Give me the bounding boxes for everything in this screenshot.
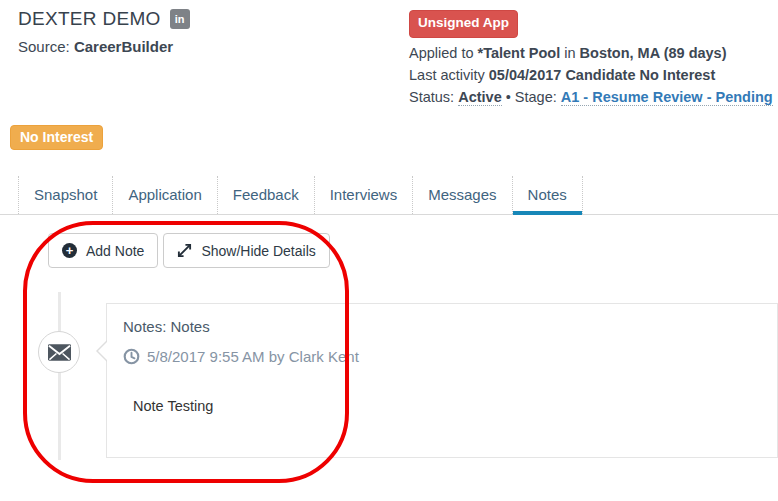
last-activity-value: 05/04/2017 Candidate No Interest bbox=[489, 67, 715, 83]
tab-feedback[interactable]: Feedback bbox=[218, 176, 315, 214]
expand-arrows-icon bbox=[177, 243, 192, 258]
last-activity-line: Last activity 05/04/2017 Candidate No In… bbox=[409, 64, 774, 86]
applied-pool: *Talent Pool bbox=[478, 45, 561, 61]
tab-messages[interactable]: Messages bbox=[413, 176, 512, 214]
notes-toolbar: Add Note Show/Hide Details bbox=[48, 233, 330, 268]
note-body: Note Testing bbox=[133, 398, 761, 414]
note-type-badge bbox=[38, 331, 80, 373]
status-value[interactable]: Active bbox=[458, 89, 502, 106]
source-line: Source: CareerBuilder bbox=[18, 38, 190, 55]
applied-in: in bbox=[564, 45, 575, 61]
note-card: Notes: Notes 5/8/2017 9:55 AM by Clark K… bbox=[106, 303, 778, 458]
applied-prefix: Applied to bbox=[409, 45, 474, 61]
source-value: CareerBuilder bbox=[74, 38, 173, 55]
tab-snapshot[interactable]: Snapshot bbox=[18, 176, 113, 214]
status-stage-separator: • bbox=[506, 89, 511, 105]
stage-label: Stage: bbox=[515, 89, 557, 105]
show-hide-details-button[interactable]: Show/Hide Details bbox=[163, 233, 329, 268]
note-title: Notes: Notes bbox=[123, 318, 761, 335]
status-line: Status: Active • Stage: A1 - Resume Revi… bbox=[409, 86, 774, 108]
plus-circle-icon bbox=[62, 243, 77, 258]
last-activity-label: Last activity bbox=[409, 67, 485, 83]
unsigned-app-badge: Unsigned App bbox=[409, 10, 518, 38]
tab-notes[interactable]: Notes bbox=[513, 176, 583, 214]
candidate-profile-page: DEXTER DEMO Source: CareerBuilder Unsign… bbox=[0, 0, 778, 501]
candidate-name: DEXTER DEMO bbox=[18, 8, 161, 30]
status-label: Status: bbox=[409, 89, 454, 105]
tab-interviews[interactable]: Interviews bbox=[315, 176, 414, 214]
add-note-button[interactable]: Add Note bbox=[48, 233, 158, 268]
linkedin-icon[interactable] bbox=[170, 9, 190, 29]
source-label: Source: bbox=[18, 38, 70, 55]
no-interest-badge: No Interest bbox=[10, 125, 103, 150]
show-hide-details-label: Show/Hide Details bbox=[201, 243, 315, 259]
envelope-icon bbox=[48, 344, 71, 361]
application-summary: Unsigned App Applied to *Talent Pool in … bbox=[409, 10, 774, 108]
tab-application[interactable]: Application bbox=[113, 176, 217, 214]
clock-icon bbox=[123, 348, 140, 365]
add-note-label: Add Note bbox=[86, 243, 144, 259]
candidate-header: DEXTER DEMO Source: CareerBuilder bbox=[18, 8, 190, 55]
applied-line: Applied to *Talent Pool in Boston, MA (8… bbox=[409, 42, 774, 64]
timeline-line bbox=[58, 292, 61, 460]
stage-value[interactable]: A1 - Resume Review - Pending bbox=[561, 89, 773, 106]
applied-location: Boston, MA (89 days) bbox=[580, 45, 727, 61]
note-timestamp: 5/8/2017 9:55 AM by Clark Kent bbox=[147, 348, 359, 365]
note-meta: 5/8/2017 9:55 AM by Clark Kent bbox=[123, 348, 761, 365]
tab-bar: Snapshot Application Feedback Interviews… bbox=[0, 176, 778, 215]
